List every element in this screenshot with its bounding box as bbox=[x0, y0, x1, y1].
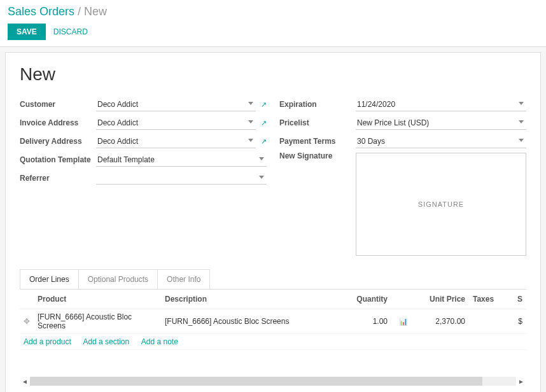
add-note-link[interactable]: Add a note bbox=[141, 337, 178, 346]
pricelist-field[interactable]: New Price List (USD) bbox=[356, 116, 526, 130]
label-delivery-address: Delivery Address bbox=[20, 137, 96, 146]
external-link-icon[interactable]: ↗ bbox=[261, 137, 267, 146]
chevron-down-icon bbox=[259, 176, 264, 179]
col-product: Product bbox=[34, 290, 161, 309]
chevron-down-icon bbox=[248, 102, 253, 105]
label-quotation-template: Quotation Template bbox=[20, 155, 96, 164]
label-customer: Customer bbox=[20, 100, 96, 109]
chevron-down-icon bbox=[519, 120, 524, 123]
customer-field[interactable]: Deco Addict bbox=[96, 98, 256, 111]
chevron-down-icon bbox=[259, 157, 264, 160]
col-subtotal: S bbox=[514, 290, 526, 309]
chevron-down-icon bbox=[248, 120, 253, 123]
cell-taxes[interactable] bbox=[469, 309, 514, 334]
horizontal-scrollbar[interactable]: ◄ ► bbox=[20, 377, 526, 386]
col-unit-price: Unit Price bbox=[412, 290, 469, 309]
chevron-down-icon bbox=[248, 139, 253, 142]
signature-box[interactable]: SIGNATURE bbox=[356, 153, 526, 256]
tab-other-info[interactable]: Other Info bbox=[158, 270, 209, 289]
tab-optional-products[interactable]: Optional Products bbox=[79, 270, 158, 289]
save-button[interactable]: SAVE bbox=[8, 24, 46, 40]
col-taxes: Taxes bbox=[469, 290, 514, 309]
cell-subtotal: $ bbox=[514, 309, 526, 334]
col-quantity: Quantity bbox=[340, 290, 391, 309]
page-title: New bbox=[20, 64, 526, 85]
cell-product[interactable]: [FURN_6666] Acoustic Bloc Screens bbox=[34, 309, 161, 334]
table-header-row: Product Description Quantity Unit Price … bbox=[20, 290, 526, 309]
label-payment-terms: Payment Terms bbox=[279, 137, 356, 146]
forecast-icon[interactable]: 📊 bbox=[399, 318, 408, 325]
breadcrumb-root[interactable]: Sales Orders bbox=[8, 5, 74, 18]
breadcrumb: Sales Orders / New bbox=[8, 5, 538, 18]
invoice-address-field[interactable]: Deco Addict bbox=[96, 116, 256, 130]
cell-description[interactable]: [FURN_6666] Acoustic Bloc Screens bbox=[161, 309, 340, 334]
tab-order-lines[interactable]: Order Lines bbox=[20, 270, 79, 289]
breadcrumb-current: New bbox=[84, 5, 107, 18]
delivery-address-field[interactable]: Deco Addict bbox=[96, 135, 256, 148]
label-referrer: Referrer bbox=[20, 174, 96, 183]
payment-terms-field[interactable]: 30 Days bbox=[356, 135, 526, 148]
table-row[interactable]: ✥ [FURN_6666] Acoustic Bloc Screens [FUR… bbox=[20, 309, 526, 334]
drag-handle-icon[interactable]: ✥ bbox=[20, 309, 34, 334]
label-pricelist: Pricelist bbox=[279, 118, 356, 127]
label-expiration: Expiration bbox=[279, 100, 356, 109]
scroll-right-icon[interactable]: ► bbox=[516, 378, 526, 385]
col-description: Description bbox=[161, 290, 340, 309]
label-invoice-address: Invoice Address bbox=[20, 118, 96, 127]
cell-unit-price[interactable]: 2,370.00 bbox=[412, 309, 469, 334]
label-signature: New Signature bbox=[279, 151, 356, 160]
scroll-left-icon[interactable]: ◄ bbox=[20, 378, 30, 385]
quotation-template-field[interactable]: Default Template bbox=[96, 153, 267, 167]
expiration-field[interactable]: 11/24/2020 bbox=[356, 98, 526, 111]
chevron-down-icon bbox=[519, 102, 524, 105]
add-section-link[interactable]: Add a section bbox=[83, 337, 129, 346]
add-product-link[interactable]: Add a product bbox=[24, 337, 71, 346]
tabs: Order Lines Optional Products Other Info bbox=[20, 269, 210, 289]
external-link-icon[interactable]: ↗ bbox=[261, 119, 267, 127]
external-link-icon[interactable]: ↗ bbox=[261, 101, 267, 109]
discard-button[interactable]: DISCARD bbox=[53, 27, 88, 36]
chevron-down-icon bbox=[519, 139, 524, 142]
referrer-field[interactable] bbox=[96, 172, 267, 185]
cell-qty[interactable]: 1.00 bbox=[340, 309, 391, 334]
